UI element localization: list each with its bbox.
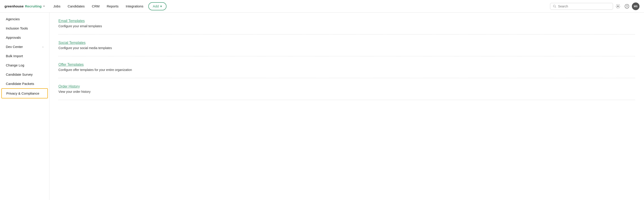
search-icon (553, 5, 556, 8)
help-button[interactable]: ? (623, 2, 631, 10)
svg-point-2 (618, 6, 618, 7)
email-templates-row: Email Templates Configure your email tem… (58, 13, 635, 34)
sidebar-item-candidate-packets[interactable]: Candidate Packets (1, 79, 48, 88)
svg-line-1 (555, 7, 556, 8)
sidebar-label-candidate-survey: Candidate Survey (6, 72, 32, 76)
sidebar-item-inclusion-tools[interactable]: Inclusion Tools (1, 24, 48, 33)
nav-reports[interactable]: Reports (104, 3, 122, 10)
add-chevron-icon: ▾ (160, 4, 162, 8)
sidebar-item-bulk-import[interactable]: Bulk Import (1, 51, 48, 61)
sidebar-item-candidate-survey[interactable]: Candidate Survey (1, 70, 48, 79)
main-layout: Agencies Inclusion Tools Approvals Dev C… (0, 13, 644, 200)
social-templates-row: Social Templates Configure your social m… (58, 34, 635, 56)
top-nav: greenhouse Recruiting ▾ Jobs Candidates … (0, 0, 644, 13)
sidebar-label-dev-center: Dev Center (6, 45, 23, 49)
sidebar: Agencies Inclusion Tools Approvals Dev C… (0, 13, 50, 200)
sidebar-item-agencies[interactable]: Agencies (1, 15, 48, 24)
nav-jobs[interactable]: Jobs (50, 3, 64, 10)
logo-greenhouse: greenhouse (4, 4, 24, 8)
sidebar-label-candidate-packets: Candidate Packets (6, 82, 34, 85)
svg-text:?: ? (626, 5, 628, 8)
offer-templates-link[interactable]: Offer Templates (58, 63, 84, 67)
sidebar-label-inclusion-tools: Inclusion Tools (6, 26, 28, 30)
help-icon: ? (625, 4, 629, 9)
social-templates-link[interactable]: Social Templates (58, 41, 86, 45)
content-list: Email Templates Configure your email tem… (50, 13, 644, 100)
add-button[interactable]: Add ▾ (148, 2, 166, 10)
sidebar-item-dev-center[interactable]: Dev Center › (1, 42, 48, 51)
search-input[interactable] (558, 5, 610, 8)
logo-recruiting: Recruiting (25, 4, 42, 8)
nav-crm[interactable]: CRM (89, 3, 103, 10)
order-history-row: Order History View your order history (58, 78, 635, 100)
sidebar-item-privacy-compliance[interactable]: Privacy & Compliance (1, 88, 48, 98)
avatar-label: MS (634, 5, 638, 8)
order-history-link[interactable]: Order History (58, 84, 80, 88)
email-templates-link[interactable]: Email Templates (58, 19, 85, 23)
add-label: Add (153, 4, 159, 8)
order-history-desc: View your order history (58, 90, 635, 93)
chevron-right-icon: › (42, 46, 43, 48)
email-templates-desc: Configure your email templates (58, 24, 635, 28)
offer-templates-desc: Configure offer templates for your entir… (58, 68, 635, 72)
sidebar-label-privacy-compliance: Privacy & Compliance (6, 91, 39, 95)
gear-icon (616, 4, 620, 9)
social-templates-desc: Configure your social media templates (58, 46, 635, 50)
avatar[interactable]: MS (632, 3, 640, 10)
sidebar-item-approvals[interactable]: Approvals (1, 33, 48, 42)
sidebar-label-approvals: Approvals (6, 36, 21, 39)
sidebar-label-change-log: Change Log (6, 63, 24, 67)
sidebar-label-bulk-import: Bulk Import (6, 54, 23, 58)
sidebar-item-change-log[interactable]: Change Log (1, 61, 48, 70)
main-content: Email Templates Configure your email tem… (50, 13, 644, 200)
offer-templates-row: Offer Templates Configure offer template… (58, 56, 635, 78)
search-box[interactable] (550, 3, 613, 10)
logo-chevron-icon: ▾ (43, 5, 45, 8)
nav-candidates[interactable]: Candidates (64, 3, 88, 10)
logo[interactable]: greenhouse Recruiting ▾ (4, 4, 45, 8)
settings-button[interactable] (614, 2, 622, 10)
nav-integrations[interactable]: Integrations (123, 3, 146, 10)
sidebar-label-agencies: Agencies (6, 17, 20, 21)
